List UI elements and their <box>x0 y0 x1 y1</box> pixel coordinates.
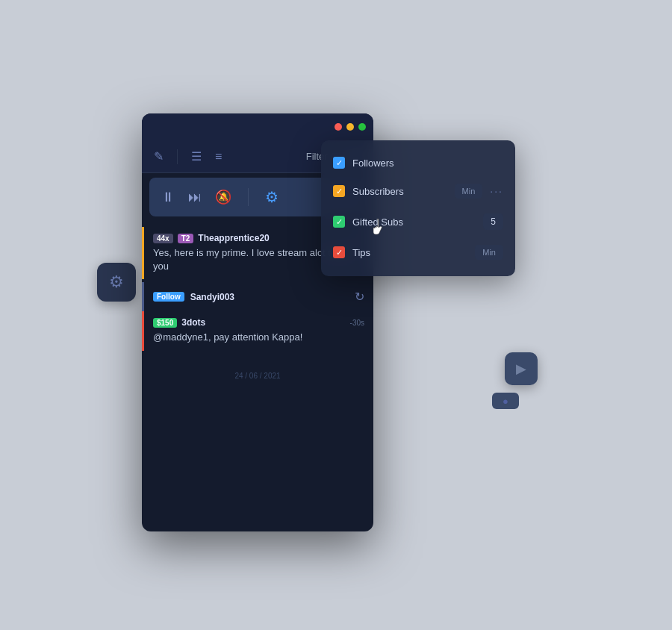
followers-label: Followers <box>352 158 503 169</box>
tip-message-header: $150 3dots -30s <box>153 317 364 328</box>
followers-checkbox[interactable]: ✓ <box>333 157 345 169</box>
control-divider <box>248 188 249 206</box>
tip-username: 3dots <box>181 317 205 328</box>
maximize-dot[interactable] <box>358 123 366 131</box>
subscribers-checkbox[interactable]: ✓ <box>333 185 345 197</box>
minimize-dot[interactable] <box>346 123 354 131</box>
gifted-subs-value: 5 <box>483 213 503 230</box>
tips-min-button[interactable]: Min <box>475 245 503 260</box>
gear-icon: ⚙ <box>109 272 124 292</box>
edit-icon[interactable]: ✎ <box>151 146 167 166</box>
tier-badge: T2 <box>178 234 194 243</box>
pause-icon[interactable]: ⏸ <box>161 190 175 205</box>
tip-message-text: @maddyne1, pay attention Kappa! <box>153 331 364 344</box>
play-icon: ▶ <box>516 361 526 377</box>
gifted-subs-label: Gifted Subs <box>352 216 476 228</box>
tips-checkbox[interactable]: ✓ <box>333 246 345 258</box>
tip-timestamp: -30s <box>350 319 364 327</box>
follow-username: Sandyi003 <box>190 292 234 302</box>
date-divider: 24 / 06 / 2021 <box>142 366 373 386</box>
follow-badge: Follow <box>153 292 184 302</box>
username: Theapprentice20 <box>198 233 269 243</box>
title-bar <box>142 113 373 140</box>
gifted-subs-checkbox[interactable]: ✓ <box>333 216 345 228</box>
floating-play-button[interactable]: ▶ <box>505 352 538 385</box>
count-badge: 44x <box>153 234 173 243</box>
refresh-icon[interactable]: ↻ <box>355 290 364 304</box>
toggle-icon: ● <box>503 396 508 407</box>
filter-row-gifted-subs: ✓ Gifted Subs 5 <box>321 206 515 237</box>
floating-toggle-button[interactable]: ● <box>492 393 519 409</box>
filter-row-followers: ✓ Followers <box>321 149 515 176</box>
subscribers-label: Subscribers <box>352 186 447 197</box>
follow-event: Follow Sandyi003 ↻ <box>142 282 373 311</box>
settings-gear-icon[interactable]: ⚙ <box>265 188 279 206</box>
mute-icon[interactable]: 🔕 <box>215 189 231 205</box>
floating-gear-button[interactable]: ⚙ <box>97 263 136 302</box>
subscribers-options-icon[interactable]: ··· <box>490 185 503 197</box>
filter-panel: ✓ Followers ✓ Subscribers Min ··· ✓ Gift… <box>321 140 515 276</box>
toolbar-divider <box>177 149 178 164</box>
list-view-icon[interactable]: ☰ <box>188 146 205 166</box>
fast-forward-icon[interactable]: ⏭ <box>188 190 202 205</box>
tip-badge: $150 <box>153 318 177 328</box>
tips-label: Tips <box>352 247 467 258</box>
filter-row-tips: ✓ Tips Min <box>321 237 515 267</box>
filter-row-subscribers: ✓ Subscribers Min ··· <box>321 176 515 206</box>
close-dot[interactable] <box>335 123 342 131</box>
compact-view-icon[interactable]: ≡ <box>212 147 225 166</box>
subscribers-min-button[interactable]: Min <box>455 184 483 199</box>
tip-message-item: $150 3dots -30s @maddyne1, pay attention… <box>142 311 373 350</box>
